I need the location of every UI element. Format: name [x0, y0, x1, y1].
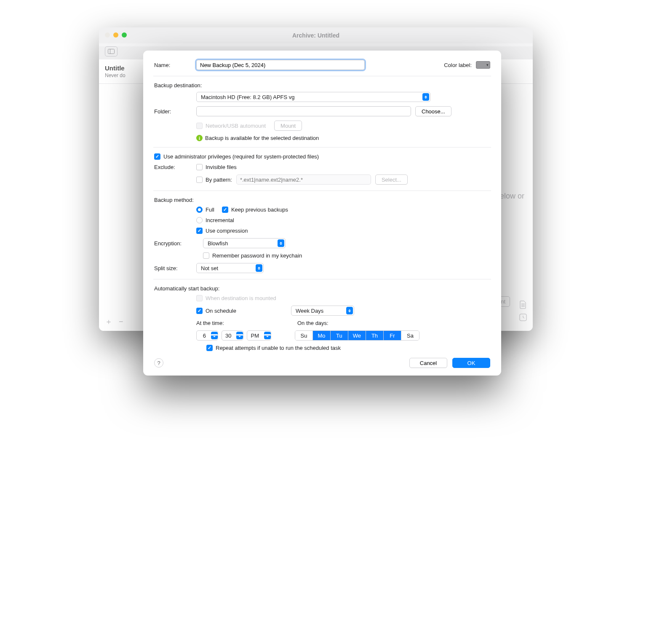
zoom-traffic-light[interactable]: [122, 32, 127, 38]
minimize-traffic-light[interactable]: [113, 32, 118, 38]
schedule-mode-popup[interactable]: Week Days: [291, 306, 354, 316]
day-su[interactable]: Su: [295, 331, 313, 340]
backup-settings-sheet: Name: Color label: ▾ Backup destination:…: [143, 51, 501, 376]
admin-priv-label: Use administrator privileges (required f…: [163, 153, 319, 160]
invisible-files-checkbox[interactable]: [196, 164, 203, 170]
incremental-label: Incremental: [206, 217, 234, 223]
full-radio[interactable]: [196, 207, 203, 213]
repeat-attempts-label: Repeat attempts if unable to run the sch…: [216, 345, 341, 351]
compression-label: Use compression: [206, 228, 248, 234]
popup-stepper-icon: [256, 264, 262, 272]
folder-label: Folder:: [154, 108, 194, 115]
window-titlebar: Archive: Untitled: [99, 27, 533, 43]
schedule-mode-selected: Week Days: [296, 308, 323, 314]
split-size-popup[interactable]: Not set: [196, 263, 264, 273]
on-schedule-checkbox[interactable]: ✓: [196, 308, 203, 314]
day-we[interactable]: We: [348, 331, 366, 340]
ampm-stepper[interactable]: PM: [247, 330, 271, 341]
remember-password-label: Remember password in my keychain: [212, 252, 302, 259]
info-icon: i: [196, 135, 203, 141]
minute-stepper[interactable]: 30: [222, 330, 243, 341]
chevron-down-icon: ▾: [486, 63, 489, 67]
invisible-files-label: Invisible files: [206, 164, 237, 170]
name-label: Name:: [154, 62, 194, 68]
repeat-attempts-checkbox[interactable]: ✓: [206, 345, 213, 351]
encryption-label: Encryption:: [154, 240, 200, 247]
destination-status: Backup is available for the selected des…: [205, 135, 319, 141]
popup-stepper-icon: [278, 239, 284, 247]
clock-icon[interactable]: [519, 314, 527, 322]
days-segmented-control[interactable]: Su Mo Tu We Th Fr Sa: [295, 330, 419, 341]
exclude-label: Exclude:: [154, 164, 194, 170]
window-title: Archive: Untitled: [292, 32, 339, 39]
on-schedule-label: On schedule: [206, 308, 236, 314]
on-the-days-label: On the days:: [297, 320, 328, 326]
destination-popup[interactable]: Macintosh HD (Free: 8.2 GB) APFS vg: [196, 92, 430, 102]
split-size-label: Split size:: [154, 265, 194, 271]
keep-previous-checkbox[interactable]: ✓: [222, 207, 228, 213]
incremental-radio[interactable]: [196, 217, 203, 223]
choose-folder-button[interactable]: Choose...: [415, 106, 451, 116]
day-tu[interactable]: Tu: [331, 331, 348, 340]
day-mo[interactable]: Mo: [313, 331, 331, 340]
when-mounted-label: When destination is mounted: [206, 295, 276, 301]
cancel-button[interactable]: Cancel: [409, 358, 447, 368]
close-traffic-light[interactable]: [105, 32, 110, 38]
background-hint-text: elow or: [500, 192, 524, 201]
day-fr[interactable]: Fr: [384, 331, 401, 340]
day-th[interactable]: Th: [366, 331, 384, 340]
popup-stepper-icon: [264, 332, 271, 339]
ok-button[interactable]: OK: [452, 358, 490, 368]
popup-stepper-icon: [346, 307, 353, 314]
day-sa[interactable]: Sa: [401, 331, 419, 340]
keep-previous-label: Keep previous backups: [231, 207, 288, 213]
full-label: Full: [206, 207, 214, 213]
popup-stepper-icon: [211, 332, 218, 339]
hour-stepper[interactable]: 6: [196, 330, 218, 341]
select-pattern-button: Select...: [375, 174, 408, 185]
hour-value: 6: [200, 333, 208, 339]
minute-value: 30: [225, 333, 234, 339]
svg-rect-0: [108, 49, 115, 54]
compression-checkbox[interactable]: ✓: [196, 228, 203, 234]
minus-icon[interactable]: −: [119, 317, 123, 326]
encryption-popup[interactable]: Blowfish: [203, 238, 286, 248]
color-label-text: Color label:: [444, 62, 472, 68]
help-button[interactable]: ?: [154, 358, 163, 368]
automount-label: Network/USB automount: [206, 123, 266, 129]
at-the-time-label: At the time:: [196, 320, 297, 326]
automount-checkbox: [196, 123, 203, 129]
admin-priv-checkbox[interactable]: ✓: [154, 153, 160, 160]
background-bottom-icons: ＋ −: [105, 317, 123, 327]
encryption-selected: Blowfish: [208, 240, 228, 247]
backup-destination-heading: Backup destination:: [154, 82, 490, 89]
name-input[interactable]: [196, 60, 365, 70]
color-label-picker[interactable]: ▾: [476, 61, 490, 69]
popup-stepper-icon: [236, 332, 243, 339]
mount-button: Mount: [274, 121, 302, 131]
plus-icon[interactable]: ＋: [105, 317, 112, 326]
remember-password-checkbox[interactable]: [203, 252, 209, 259]
destination-selected: Macintosh HD (Free: 8.2 GB) APFS vg: [201, 94, 295, 100]
by-pattern-checkbox[interactable]: [196, 177, 203, 183]
doc-icon[interactable]: [519, 301, 527, 310]
auto-start-heading: Automatically start backup:: [154, 285, 490, 292]
backup-method-heading: Backup method:: [154, 197, 490, 203]
sidebar-toggle-icon[interactable]: [105, 46, 118, 56]
ampm-value: PM: [251, 333, 262, 339]
when-mounted-checkbox: [196, 295, 203, 301]
split-size-selected: Not set: [201, 265, 218, 271]
pattern-input: [236, 174, 371, 185]
by-pattern-label: By pattern:: [206, 177, 232, 183]
popup-stepper-icon: [422, 93, 429, 101]
folder-input[interactable]: [196, 106, 411, 116]
